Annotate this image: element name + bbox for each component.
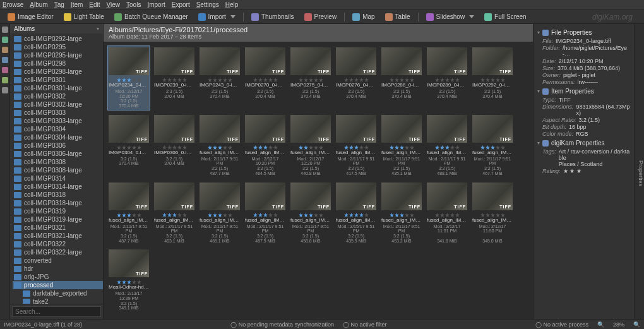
tree-item[interactable]: coll-IMGP0308-large	[13, 166, 103, 174]
tree-item[interactable]: converted	[13, 256, 103, 265]
thumbnail[interactable]: TIFFfused_align_IMG…Mod.: 2/12/17 11:50 …	[471, 181, 514, 246]
tree-item[interactable]: coll-IMGP0306	[13, 141, 103, 150]
tree-item[interactable]: coll-IMGP0318	[13, 191, 103, 199]
thumbnail[interactable]: TIFFMeall-Odhar-hdr…Mod.: 2/13/17 12:39 …	[107, 248, 150, 313]
search-input[interactable]	[12, 306, 101, 317]
tree-item[interactable]: processed	[13, 281, 103, 289]
toolbar-thumbnails[interactable]: Thumbnails	[247, 13, 298, 21]
tree-item[interactable]: orig-JPG	[13, 273, 103, 281]
tree-item[interactable]: coll-IMGP0302	[13, 92, 103, 100]
thumbnail[interactable]: TIFFIMGP0243_0-larg…2:3 (1.5)370.4 MiB	[198, 45, 241, 111]
thumbnail[interactable]: TIFFIMGP0306_0-larg…3:2 (1.5)370.4 MiB	[153, 113, 196, 178]
rating[interactable]	[117, 76, 141, 81]
thumbnail[interactable]: TIFFIMGP0292_0-larg…3:2 (1.5)370.4 MiB	[471, 45, 514, 111]
thumbnail[interactable]: TIFFfused_align_IMG…Mod.: 2/11/17 9:51 P…	[335, 113, 378, 178]
rating[interactable]	[435, 144, 460, 149]
tree-item[interactable]: coll-IMGP0321	[13, 224, 103, 232]
rating[interactable]	[435, 76, 460, 81]
tree-item[interactable]: coll-IMGP0318-large	[13, 199, 103, 207]
thumbnail[interactable]: TIFFfused_align_IMG…Mod.: 2/11/17 9:51 P…	[198, 113, 241, 178]
menu-help[interactable]: Help	[225, 1, 239, 8]
thumbnail[interactable]: TIFFfused_align_IMG…Mod.: 2/11/17 9:51 P…	[380, 181, 423, 246]
thumbnail[interactable]: TIFFfused_align_IMG…Mod.: 2/12/17 10:20 …	[289, 113, 332, 178]
thumbnail[interactable]: TIFFIMGP0239_0-larg…2:3 (1.5)370.4 MiB	[153, 45, 196, 111]
rating[interactable]	[390, 212, 414, 217]
toolbar-image-editor[interactable]: Image Editor	[4, 13, 57, 21]
rating[interactable]	[390, 144, 414, 149]
rating[interactable]	[117, 212, 141, 217]
album-tree[interactable]: coll-IMGP0292-largecoll-IMGP0295coll-IMG…	[10, 33, 103, 304]
chevron-down-icon[interactable]: ▾	[97, 26, 99, 32]
tree-item[interactable]: coll-IMGP0298	[13, 59, 103, 68]
toolbar-full-screen[interactable]: Full Screen	[480, 13, 530, 21]
zoom-in-icon[interactable]: 🔍	[633, 321, 640, 328]
rail-icon[interactable]	[2, 57, 8, 63]
rating[interactable]	[253, 76, 278, 81]
tree-item[interactable]: coll-IMGP0304-large	[13, 133, 103, 141]
tree-item[interactable]: coll-IMGP0304	[13, 125, 103, 133]
tree-item[interactable]: hdr	[13, 265, 103, 273]
thumbnail[interactable]: TIFFfused_align_IMG…Mod.: 2/11/17 9:51 P…	[198, 181, 241, 246]
tree-item[interactable]: coll-IMGP0314-large	[13, 182, 103, 191]
thumbnail[interactable]: TIFFfused_align_IMG…Mod.: 2/12/17 10:20 …	[244, 113, 287, 178]
rating[interactable]	[390, 76, 414, 81]
thumbnail[interactable]: TIFFIMGP0276_0-larg…3:2 (1.5)370.4 MiB	[335, 45, 378, 111]
thumbnail[interactable]: TIFFIMGP0270_0-larg…3:2 (1.5)370.4 MiB	[244, 45, 287, 111]
rating[interactable]	[208, 76, 232, 81]
tree-item[interactable]: coll-IMGP0303	[13, 109, 103, 117]
rail-icon[interactable]	[2, 27, 8, 33]
tree-item[interactable]: coll-IMGP0306-large	[13, 150, 103, 158]
rating[interactable]	[344, 76, 369, 81]
tree-item[interactable]: coll-IMGP0301-large	[13, 84, 103, 92]
thumbnail[interactable]: TIFFfused_align_IMG…Mod.: 2/11/17 9:51 P…	[471, 113, 514, 178]
tree-item[interactable]: darktable_exported	[13, 289, 103, 297]
rating[interactable]	[253, 212, 278, 217]
rail-icon[interactable]	[2, 37, 8, 43]
toolbar-light-table[interactable]: Light Table	[60, 13, 108, 21]
rail-icon[interactable]	[2, 47, 8, 53]
tree-item[interactable]: coll-IMGP0319	[13, 207, 103, 215]
tree-item[interactable]: coll-IMGP0295	[13, 43, 103, 51]
props-section-header[interactable]: digiKam Properties	[537, 140, 630, 147]
zoom-out-icon[interactable]: 🔍	[597, 321, 604, 328]
thumbnail[interactable]: TIFFfused_align_IMG…Mod.: 2/11/17 9:51 P…	[426, 113, 468, 178]
thumbnail[interactable]: TIFFIMGP0275_0-larg…3:2 (1.5)370.4 MiB	[289, 45, 332, 111]
tree-item[interactable]: take2	[13, 297, 103, 304]
rating[interactable]	[299, 212, 323, 217]
rating[interactable]	[480, 76, 505, 81]
menu-export[interactable]: Export	[172, 1, 190, 8]
tree-item[interactable]: coll-IMGP0302-large	[13, 100, 103, 109]
thumbnail[interactable]: TIFFfused_align_IMG…Mod.: 2/11/17 9:51 P…	[244, 181, 287, 246]
menu-settings[interactable]: Settings	[196, 1, 219, 8]
menu-tools[interactable]: Tools	[126, 1, 141, 8]
menu-edit[interactable]: Edit	[89, 1, 100, 8]
rating[interactable]	[162, 76, 187, 81]
rating[interactable]	[117, 144, 141, 149]
toolbar-preview[interactable]: Preview	[301, 13, 341, 21]
thumbnail[interactable]: TIFFIMGP0289_0-larg…3:2 (1.5)370.4 MiB	[426, 45, 468, 111]
tree-item[interactable]: coll-IMGP0319-large	[13, 215, 103, 224]
rating[interactable]	[344, 212, 369, 217]
tree-item[interactable]: coll-IMGP0321-large	[13, 232, 103, 240]
tree-item[interactable]: coll-IMGP0303-large	[13, 117, 103, 125]
tree-item[interactable]: coll-IMGP0314	[13, 174, 103, 182]
thumbnail[interactable]: TIFFIMGP0304_0-larg…3:2 (1.5)370.4 MiB	[107, 113, 150, 178]
rating[interactable]	[208, 212, 232, 217]
rating[interactable]	[299, 76, 323, 81]
thumbnail-grid[interactable]: TIFFIMGP0234_0-larg…Mod.: 2/12/17 10:20 …	[104, 42, 533, 319]
tree-item[interactable]: coll-IMGP0292-large	[13, 35, 103, 43]
rating[interactable]	[162, 144, 187, 149]
toolbar-slideshow[interactable]: Slideshow	[422, 13, 479, 21]
rail-icon[interactable]	[2, 87, 8, 93]
menu-item[interactable]: Item	[71, 1, 83, 8]
rating[interactable]	[208, 144, 232, 149]
rating[interactable]	[162, 212, 187, 217]
thumbnail[interactable]: TIFFfused_align_IMG…Mod.: 2/12/17 11:01 …	[426, 181, 468, 246]
rating[interactable]	[253, 144, 278, 149]
toolbar-map[interactable]: Map	[349, 13, 378, 21]
rating[interactable]	[435, 212, 460, 217]
rail-icon[interactable]	[2, 67, 8, 73]
tree-item[interactable]: coll-IMGP0295-large	[13, 51, 103, 59]
menu-view[interactable]: View	[107, 1, 121, 8]
toolbar-batch-queue-manager[interactable]: Batch Queue Manager	[110, 13, 192, 21]
